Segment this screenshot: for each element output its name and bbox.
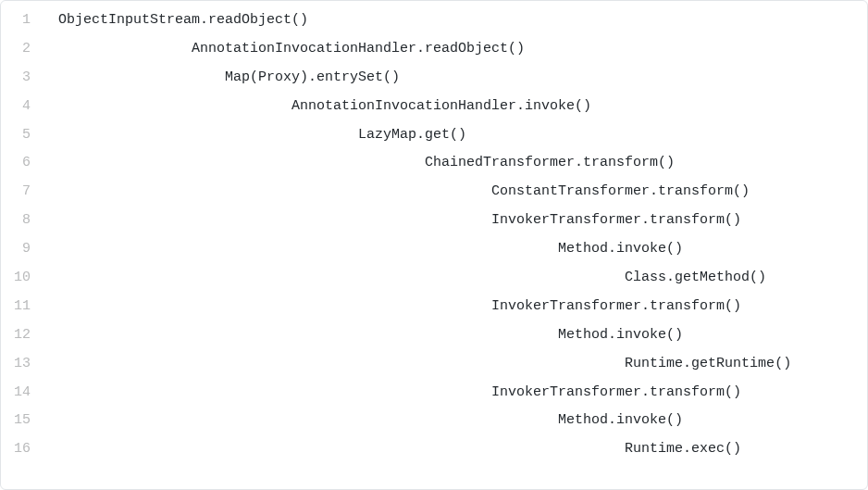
line-number: 10 xyxy=(1,264,43,293)
line-number: 2 xyxy=(1,35,43,64)
line-number: 14 xyxy=(1,379,43,408)
line-number: 12 xyxy=(1,321,43,350)
code-line: AnnotationInvocationHandler.readObject() xyxy=(43,35,867,64)
line-number: 13 xyxy=(1,350,43,379)
code-line: Class.getMethod() xyxy=(43,264,867,293)
code-line: LazyMap.get() xyxy=(43,121,867,150)
line-number: 7 xyxy=(1,178,43,207)
line-number: 4 xyxy=(1,93,43,121)
line-number: 9 xyxy=(1,235,43,264)
line-number: 3 xyxy=(1,64,43,93)
code-line: Runtime.getRuntime() xyxy=(43,350,867,379)
code-line: InvokerTransformer.transform() xyxy=(43,379,867,408)
line-number-gutter: 12345678910111213141516 xyxy=(1,1,43,489)
code-line: Runtime.exec() xyxy=(43,435,867,464)
code-line: InvokerTransformer.transform() xyxy=(43,207,867,235)
line-number: 15 xyxy=(1,407,43,435)
code-line: ConstantTransformer.transform() xyxy=(43,178,867,207)
code-line: AnnotationInvocationHandler.invoke() xyxy=(43,93,867,121)
code-line: ObjectInputStream.readObject() xyxy=(43,6,867,35)
code-line: Map(Proxy).entrySet() xyxy=(43,64,867,93)
line-number: 5 xyxy=(1,121,43,150)
code-line: Method.invoke() xyxy=(43,321,867,350)
code-line: ChainedTransformer.transform() xyxy=(43,149,867,178)
code-line: Method.invoke() xyxy=(43,235,867,264)
code-line: Method.invoke() xyxy=(43,407,867,435)
line-number: 11 xyxy=(1,293,43,321)
line-number: 8 xyxy=(1,207,43,235)
line-number: 1 xyxy=(1,6,43,35)
line-number: 6 xyxy=(1,149,43,178)
code-line: InvokerTransformer.transform() xyxy=(43,293,867,321)
code-content: ObjectInputStream.readObject() Annotatio… xyxy=(43,1,867,489)
code-block: 12345678910111213141516 ObjectInputStrea… xyxy=(1,1,867,489)
line-number: 16 xyxy=(1,435,43,464)
